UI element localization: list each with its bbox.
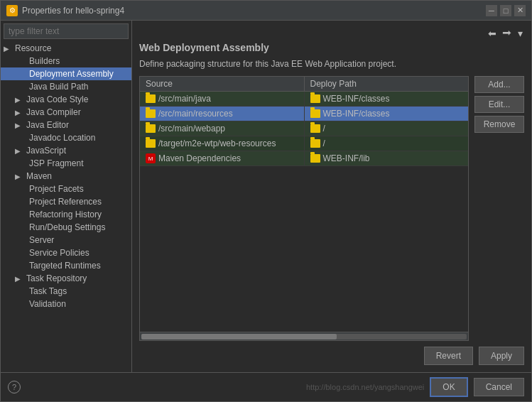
td-source: MMaven Dependencies <box>140 151 305 165</box>
folder-icon <box>310 139 320 148</box>
filter-input[interactable] <box>4 23 129 39</box>
td-deploy-path: / <box>305 136 469 151</box>
sidebar-item-project-facets[interactable]: ▶Project Facets <box>1 183 131 195</box>
sidebar-item-javascript[interactable]: ▶JavaScript <box>1 144 131 157</box>
dialog-title: Properties for hello-spring4 <box>22 6 124 16</box>
tree-list: ▶Resource▶Builders▶Deployment Assembly▶J… <box>1 42 131 372</box>
bottom-bar: ? http://blog.csdn.net/yangshangwei OK C… <box>1 372 531 401</box>
table-row[interactable]: /src/main/resources WEB-INF/classes <box>140 107 468 121</box>
td-source: /src/main/java <box>140 92 305 106</box>
help-icon[interactable]: ? <box>8 381 21 393</box>
col-deploy-path: Deploy Path <box>305 77 469 91</box>
table-row[interactable]: /src/main/java WEB-INF/classes <box>140 92 468 107</box>
nav-controls: ⬅ ⮕ ▾ <box>139 28 524 39</box>
sidebar-item-maven[interactable]: ▶Maven <box>1 170 131 183</box>
td-source: /src/main/webapp <box>140 121 305 136</box>
app-icon: ⚙ <box>6 5 18 16</box>
table-row[interactable]: MMaven Dependencies WEB-INF/lib <box>140 151 468 166</box>
td-deploy-path: WEB-INF/lib <box>305 151 469 165</box>
td-deploy-path: WEB-INF/classes <box>305 92 469 106</box>
sidebar-item-jsp-fragment[interactable]: ▶JSP Fragment <box>1 157 131 170</box>
folder-icon <box>310 94 320 103</box>
ok-button[interactable]: OK <box>430 377 467 397</box>
td-source: /target/m2e-wtp/web-resources <box>140 136 305 151</box>
table-body: /src/main/java WEB-INF/classes /src/main… <box>140 92 468 332</box>
sidebar-item-resource[interactable]: ▶Resource <box>1 42 131 55</box>
sidebar-item-java-build-path[interactable]: ▶Java Build Path <box>1 80 131 93</box>
scrollbar-track <box>141 334 467 339</box>
title-bar: ⚙ Properties for hello-spring4 ─ □ ✕ <box>1 1 531 21</box>
col-source: Source <box>140 77 305 91</box>
folder-icon <box>146 139 156 148</box>
minimize-button[interactable]: ─ <box>486 5 497 16</box>
maximize-button[interactable]: □ <box>500 5 511 16</box>
add-button[interactable]: Add... <box>474 76 524 93</box>
folder-icon <box>310 124 320 133</box>
table-row[interactable]: /target/m2e-wtp/web-resources / <box>140 136 468 151</box>
sidebar-item-java-code-style[interactable]: ▶Java Code Style <box>1 93 131 106</box>
sidebar-item-java-editor[interactable]: ▶Java Editor <box>1 119 131 131</box>
td-source: /src/main/resources <box>140 107 305 121</box>
scrollbar-thumb <box>141 334 337 339</box>
sidebar-item-project-references[interactable]: ▶Project References <box>1 195 131 208</box>
nav-back-button[interactable]: ⬅ <box>487 28 498 39</box>
apply-button[interactable]: Apply <box>479 347 524 365</box>
sidebar-item-rundebug-settings[interactable]: ▶Run/Debug Settings <box>1 221 131 234</box>
nav-forward-button[interactable]: ⮕ <box>501 28 514 39</box>
watermark: http://blog.csdn.net/yangshangwei <box>306 383 424 391</box>
panel-title: Web Deployment Assembly <box>139 42 524 53</box>
folder-icon <box>146 109 156 118</box>
folder-icon <box>146 124 156 133</box>
td-deploy-path: / <box>305 121 469 136</box>
revert-button[interactable]: Revert <box>424 347 473 365</box>
cancel-button[interactable]: Cancel <box>474 378 524 396</box>
edit-button[interactable]: Edit... <box>474 96 524 113</box>
sidebar-item-builders[interactable]: ▶Builders <box>1 55 131 67</box>
table-header: Source Deploy Path <box>140 77 468 92</box>
folder-icon <box>146 94 156 103</box>
right-panel: ⬅ ⮕ ▾ Web Deployment Assembly Define pac… <box>132 21 531 372</box>
sidebar-item-service-policies[interactable]: ▶Service Policies <box>1 246 131 259</box>
title-bar-left: ⚙ Properties for hello-spring4 <box>6 5 124 16</box>
sidebar-item-targeted-runtimes[interactable]: ▶Targeted Runtimes <box>1 259 131 272</box>
nav-dropdown-button[interactable]: ▾ <box>516 28 524 39</box>
sidebar-item-server[interactable]: ▶Server <box>1 234 131 246</box>
folder-icon <box>310 109 320 118</box>
action-buttons: Add... Edit... Remove <box>474 76 524 341</box>
sidebar-item-deployment-assembly[interactable]: ▶Deployment Assembly <box>1 67 131 80</box>
table-row[interactable]: /src/main/webapp / <box>140 121 468 136</box>
sidebar-item-refactoring-history[interactable]: ▶Refactoring History <box>1 208 131 221</box>
maven-icon: M <box>146 153 156 163</box>
close-button[interactable]: ✕ <box>514 5 526 16</box>
sidebar-item-task-repository[interactable]: ▶Task Repository <box>1 272 131 285</box>
title-bar-controls: ─ □ ✕ <box>486 5 526 16</box>
folder-icon <box>310 154 320 163</box>
dialog: ⚙ Properties for hello-spring4 ─ □ ✕ ▶Re… <box>0 0 532 402</box>
table-container: Source Deploy Path /src/main/java WEB-IN… <box>139 76 469 341</box>
remove-button[interactable]: Remove <box>474 116 524 133</box>
scrollbar[interactable] <box>140 332 468 340</box>
td-deploy-path: WEB-INF/classes <box>305 107 469 121</box>
sidebar-item-javadoc-location[interactable]: ▶Javadoc Location <box>1 131 131 144</box>
sidebar-item-task-tags[interactable]: ▶Task Tags <box>1 285 131 298</box>
sidebar-item-validation[interactable]: ▶Validation <box>1 298 131 310</box>
table-area: Source Deploy Path /src/main/java WEB-IN… <box>139 76 524 341</box>
sidebar-item-java-compiler[interactable]: ▶Java Compiler <box>1 106 131 119</box>
panel-description: Define packaging structure for this Java… <box>139 59 524 69</box>
left-panel: ▶Resource▶Builders▶Deployment Assembly▶J… <box>1 21 132 372</box>
dialog-body: ▶Resource▶Builders▶Deployment Assembly▶J… <box>1 21 531 372</box>
